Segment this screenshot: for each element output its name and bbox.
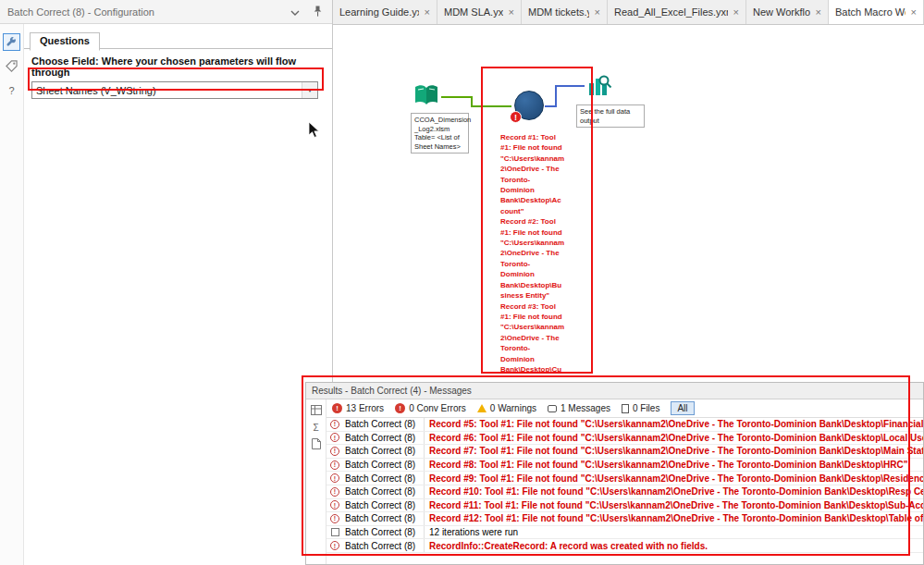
close-icon[interactable]: × <box>509 6 514 18</box>
wrench-icon[interactable] <box>3 33 20 51</box>
result-message: Record #7: Tool #1: File not found "C:\U… <box>425 446 923 456</box>
configuration-header: Batch Correct (8) - Configuration <box>0 0 332 24</box>
result-tool-name: Batch Correct (8) <box>343 526 425 539</box>
browse-tool[interactable] <box>586 73 612 99</box>
results-toolbar: ! 13 Errors ! 0 Conv Errors 0 Warnings 1… <box>326 399 923 418</box>
workflow-tab-label: New Workflow12* <box>753 6 810 18</box>
warning-icon <box>477 404 487 412</box>
result-message: Record #12: Tool #1: File not found "C:\… <box>425 513 923 523</box>
book-icon <box>413 96 440 112</box>
workflow-tab-label: Learning Guide.yxmd <box>339 6 419 18</box>
input-tool-caption[interactable]: CCOA_Dimension _Log2.xlsm Table= <List o… <box>411 113 469 154</box>
severity-icon: ! <box>326 541 343 550</box>
all-filter-button[interactable]: All <box>671 401 694 415</box>
results-panel: Results - Batch Correct (4) - Messages Σ… <box>305 382 924 565</box>
config-side-strip: ? <box>0 24 24 565</box>
workflow-tab[interactable]: MDM SLA.yxmd* × <box>437 0 522 24</box>
dropdown-arrow-icon[interactable]: ▾ <box>302 82 317 98</box>
close-icon[interactable]: × <box>733 6 739 18</box>
result-row[interactable]: ! Batch Correct (8) Record #6: Tool #1: … <box>326 432 923 446</box>
results-header: Results - Batch Correct (4) - Messages <box>306 383 923 399</box>
workflow-canvas[interactable]: CCOA_Dimension _Log2.xlsm Table= <List o… <box>333 25 924 382</box>
severity-icon: ! <box>326 447 343 456</box>
result-tool-name: Batch Correct (8) <box>343 459 425 472</box>
tag-icon[interactable] <box>3 57 20 75</box>
pin-icon <box>313 6 323 18</box>
result-row[interactable]: ! Batch Correct (8) Record #7: Tool #1: … <box>326 445 923 459</box>
errors-filter[interactable]: ! 13 Errors <box>332 403 384 413</box>
configuration-title: Batch Correct (8) - Configuration <box>7 6 280 18</box>
severity-icon: ! <box>326 514 343 523</box>
result-message: Record #10: Tool #1: File not found "C:\… <box>425 486 923 497</box>
workflow-tab[interactable]: New Workflow12* × <box>746 0 829 24</box>
workflow-tab-label: Batch Macro Workfl <box>835 6 906 18</box>
conv-errors-filter[interactable]: ! 0 Conv Errors <box>395 403 466 413</box>
result-row[interactable]: ! Batch Correct (8) Record #11: Tool #1:… <box>326 499 923 513</box>
browse-icon <box>586 86 612 102</box>
messages-count: 1 Messages <box>561 403 610 413</box>
results-title: Results - Batch Correct (4) - Messages <box>312 386 472 396</box>
workflow-tab-bar: Learning Guide.yxmd × MDM SLA.yxmd* × MD… <box>333 0 924 25</box>
workflow-tab-label: MDM SLA.yxmd* <box>444 6 503 18</box>
result-row[interactable]: ! Batch Correct (8) Record #12: Tool #1:… <box>326 512 923 526</box>
messages-filter[interactable]: 1 Messages <box>548 403 610 413</box>
severity-icon: ! <box>326 473 343 483</box>
app-root: { "config": { "title": "Batch Correct (8… <box>0 0 924 565</box>
workflow-tab[interactable]: Learning Guide.yxmd × <box>333 0 437 24</box>
result-message: 12 iterations were run <box>425 527 923 537</box>
severity-icon: ! <box>326 420 343 429</box>
notes-icon[interactable] <box>312 438 321 451</box>
results-rows: ! Batch Correct (8) Record #5: Tool #1: … <box>326 418 923 564</box>
result-tool-name: Batch Correct (8) <box>343 432 425 445</box>
files-filter[interactable]: 0 Files <box>622 403 659 413</box>
canvas-area: Learning Guide.yxmd × MDM SLA.yxmd* × MD… <box>333 0 924 382</box>
input-tool[interactable] <box>413 81 440 109</box>
summary-icon[interactable]: Σ <box>313 423 318 433</box>
result-tool-name: Batch Correct (8) <box>343 512 425 525</box>
help-icon[interactable]: ? <box>3 81 20 99</box>
connection-wires <box>333 25 924 382</box>
result-tool-name: Batch Correct (8) <box>343 472 425 485</box>
table-view-icon[interactable] <box>311 405 322 417</box>
workflow-tab[interactable]: MDM tickets.yxmd × <box>522 0 608 24</box>
field-dropdown[interactable]: Sheet Names (V_WString) ▾ <box>31 81 318 99</box>
warnings-filter[interactable]: 0 Warnings <box>477 403 536 413</box>
workflow-tab-label: MDM tickets.yxmd <box>528 6 589 18</box>
workflow-tab[interactable]: Read_All_Excel_Files.yxmd* × <box>608 0 746 24</box>
severity-icon <box>326 528 343 536</box>
pin-button[interactable] <box>310 5 325 19</box>
warnings-count: 0 Warnings <box>490 403 536 413</box>
result-message: RecordInfo::CreateRecord: A record was c… <box>425 541 923 551</box>
workflow-tab-label: Read_All_Excel_Files.yxmd* <box>614 6 728 18</box>
result-row[interactable]: ! Batch Correct (8) RecordInfo::CreateRe… <box>326 539 923 553</box>
result-message: Record #8: Tool #1: File not found "C:\U… <box>425 460 923 470</box>
result-row[interactable]: Batch Correct (8) 12 iterations were run <box>326 526 923 540</box>
close-icon[interactable]: × <box>595 6 600 18</box>
macro-error-text: Record #1: Tool #1: File not found "C:\U… <box>500 132 590 375</box>
field-dropdown-value: Sheet Names (V_WString) <box>36 85 302 96</box>
collapse-button[interactable] <box>288 5 302 19</box>
result-message: Record #6: Tool #1: File not found "C:\U… <box>425 433 923 443</box>
conv-errors-count: 0 Conv Errors <box>409 403 466 413</box>
result-row[interactable]: ! Batch Correct (8) Record #5: Tool #1: … <box>326 418 923 432</box>
question-label: Choose Field: Where your chosen paramete… <box>31 55 325 78</box>
config-content: Questions Choose Field: Where your chose… <box>24 24 332 565</box>
severity-icon: ! <box>326 500 343 510</box>
files-count: 0 Files <box>633 403 659 413</box>
result-row[interactable]: ! Batch Correct (8) Record #8: Tool #1: … <box>326 459 923 473</box>
result-row[interactable]: ! Batch Correct (8) Record #10: Tool #1:… <box>326 485 923 499</box>
tab-questions[interactable]: Questions <box>30 32 100 51</box>
errors-count: 13 Errors <box>346 403 384 413</box>
result-message: Record #5: Tool #1: File not found "C:\U… <box>425 419 923 429</box>
result-row[interactable]: ! Batch Correct (8) Record #9: Tool #1: … <box>326 472 923 485</box>
chevron-down-icon <box>290 6 300 18</box>
workflow-tab[interactable]: Batch Macro Workfl × <box>829 0 924 24</box>
severity-icon: ! <box>326 433 343 442</box>
browse-tool-caption[interactable]: See the full data output <box>576 104 645 128</box>
close-icon[interactable]: × <box>816 6 821 18</box>
close-icon[interactable]: × <box>911 6 917 18</box>
error-badge-icon: ! <box>510 111 522 123</box>
result-tool-name: Batch Correct (8) <box>343 499 425 512</box>
error-icon: ! <box>332 403 342 413</box>
close-icon[interactable]: × <box>425 6 430 18</box>
